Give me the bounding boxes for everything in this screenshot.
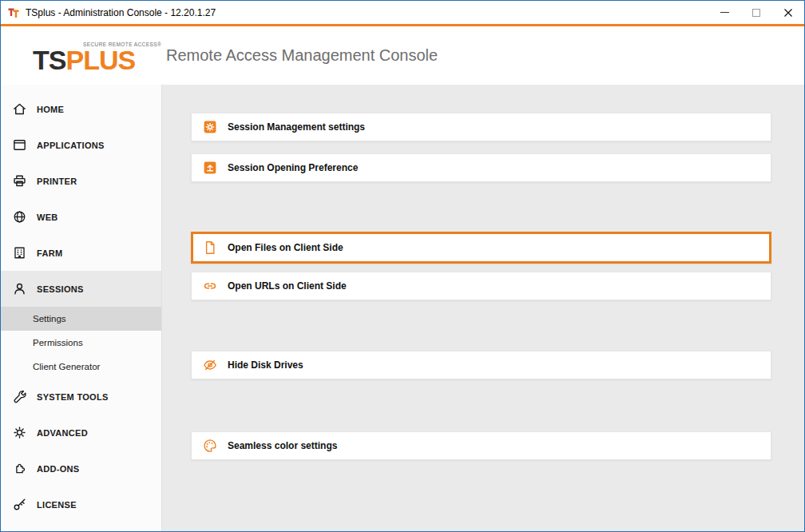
sidebar-item-label: WEB [37, 212, 58, 222]
row-open-files-on-client-side[interactable]: Open Files on Client Side [191, 232, 771, 264]
system-tools-wrench-icon [12, 389, 30, 405]
sidebar-item-label: ADVANCED [37, 428, 88, 438]
sidebar-item-label: FARM [37, 248, 62, 258]
logo-ts: TS [33, 45, 65, 75]
web-globe-icon [12, 209, 30, 225]
close-icon [783, 8, 793, 18]
farm-building-icon [12, 245, 30, 261]
row-label: Open Files on Client Side [228, 242, 343, 253]
row-session-management-settings[interactable]: Session Management settings [191, 113, 771, 141]
subitem-label: Settings [33, 314, 66, 324]
header: SECURE REMOTE ACCESS®TSPLUS Remote Acces… [1, 26, 804, 85]
license-key-icon [12, 497, 30, 513]
sidebar-item-add-ons[interactable]: ADD-ONS [1, 451, 161, 486]
advanced-gear-icon [12, 425, 30, 441]
sidebar-subitem-settings[interactable]: Settings [1, 307, 161, 331]
window-title: TSplus - Administration Console - 12.20.… [26, 7, 216, 18]
sidebar-item-label: SYSTEM TOOLS [37, 392, 109, 402]
row-open-urls-on-client-side[interactable]: Open URLs on Client Side [191, 272, 771, 300]
gear-square-icon [202, 119, 218, 135]
sidebar-item-home[interactable]: HOME [1, 91, 161, 127]
sidebar-item-sessions[interactable]: SESSIONS [1, 271, 161, 307]
window-controls [708, 1, 804, 24]
sidebar-item-web[interactable]: WEB [1, 199, 161, 235]
sidebar-item-label: APPLICATIONS [37, 141, 105, 150]
minimize-icon [720, 12, 729, 13]
logo-tagline: SECURE REMOTE ACCESS® [83, 42, 161, 47]
minimize-button[interactable] [708, 1, 740, 24]
settings-panel: Session Management settings Session Open… [162, 85, 804, 531]
palette-icon [202, 438, 218, 454]
sidebar-item-license[interactable]: LICENSE [1, 486, 161, 522]
open-preference-icon [202, 160, 218, 176]
close-button[interactable] [772, 1, 804, 24]
row-session-opening-preference[interactable]: Session Opening Preference [191, 153, 771, 182]
tsplus-logo: SECURE REMOTE ACCESS®TSPLUS [33, 35, 165, 76]
row-label: Seamless color settings [228, 440, 337, 451]
subitem-label: Permissions [33, 338, 83, 347]
sidebar-item-label: LICENSE [37, 500, 77, 510]
page-title: Remote Access Management Console [166, 46, 438, 65]
maximize-button[interactable] [740, 1, 772, 24]
subitem-label: Client Generator [33, 362, 100, 371]
applications-icon [12, 137, 30, 153]
sidebar-item-system-tools[interactable]: SYSTEM TOOLS [1, 379, 161, 415]
sidebar-item-applications[interactable]: APPLICATIONS [1, 127, 161, 163]
app-window: TSplus - Administration Console - 12.20.… [0, 0, 805, 532]
file-icon [202, 240, 218, 256]
sidebar-item-label: SESSIONS [37, 284, 84, 294]
sidebar-subitem-client-generator[interactable]: Client Generator [1, 355, 161, 379]
row-label: Hide Disk Drives [228, 359, 303, 371]
app-icon [7, 6, 20, 19]
maximize-icon [752, 9, 760, 17]
printer-icon [12, 173, 30, 189]
sidebar-item-advanced[interactable]: ADVANCED [1, 415, 161, 451]
sidebar: HOME APPLICATIONS PRINTER [1, 85, 162, 531]
logo-plus: PLUS [65, 45, 135, 75]
addons-puzzle-icon [12, 461, 30, 477]
sidebar-item-printer[interactable]: PRINTER [1, 163, 161, 199]
eye-off-icon [202, 357, 218, 373]
sidebar-item-label: HOME [37, 105, 64, 114]
sidebar-item-label: PRINTER [37, 177, 77, 186]
row-hide-disk-drives[interactable]: Hide Disk Drives [191, 351, 771, 379]
link-icon [202, 278, 218, 294]
row-seamless-color-settings[interactable]: Seamless color settings [191, 431, 771, 460]
home-icon [12, 101, 30, 117]
row-label: Session Opening Preference [228, 162, 358, 173]
body: HOME APPLICATIONS PRINTER [1, 85, 804, 531]
sessions-user-icon [12, 281, 30, 297]
sidebar-subitem-permissions[interactable]: Permissions [1, 331, 161, 355]
row-label: Open URLs on Client Side [228, 280, 347, 292]
row-label: Session Management settings [228, 121, 365, 133]
sidebar-item-farm[interactable]: FARM [1, 235, 161, 271]
sidebar-item-label: ADD-ONS [37, 464, 79, 474]
titlebar[interactable]: TSplus - Administration Console - 12.20.… [1, 1, 804, 24]
